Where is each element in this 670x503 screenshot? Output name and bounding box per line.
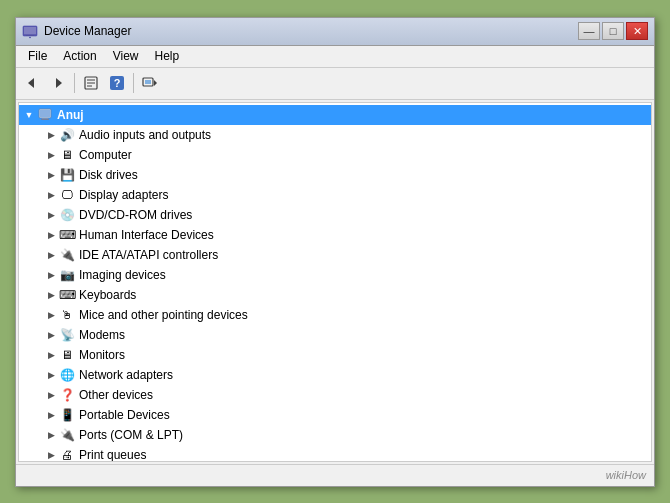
item-label: Computer	[79, 148, 132, 162]
item-icon-other: ❓	[59, 387, 75, 403]
device-manager-window: Device Manager — □ ✕ File Action View He…	[15, 17, 655, 487]
svg-point-3	[29, 37, 31, 39]
item-label: Audio inputs and outputs	[79, 128, 211, 142]
item-label: Modems	[79, 328, 125, 342]
device-tree[interactable]: ▼ Anuj ▶ 🔊 Audio inputs and outputs	[18, 102, 652, 462]
root-computer-icon	[37, 107, 53, 123]
svg-marker-5	[56, 78, 62, 88]
toolbar-separator-1	[74, 73, 75, 93]
tree-item[interactable]: ▶ 🔌 Ports (COM & LPT)	[19, 425, 651, 445]
root-expand-icon: ▼	[21, 107, 37, 123]
tree-item[interactable]: ▶ ⌨ Human Interface Devices	[19, 225, 651, 245]
svg-marker-4	[28, 78, 34, 88]
tree-item[interactable]: ▶ 💾 Disk drives	[19, 165, 651, 185]
svg-rect-18	[41, 119, 49, 120]
window-title: Device Manager	[44, 24, 131, 38]
svg-rect-17	[42, 118, 48, 119]
tree-item[interactable]: ▶ 📷 Imaging devices	[19, 265, 651, 285]
tree-item[interactable]: ▶ 📱 Portable Devices	[19, 405, 651, 425]
tree-item[interactable]: ▶ 💿 DVD/CD-ROM drives	[19, 205, 651, 225]
tree-item[interactable]: ▶ 📡 Modems	[19, 325, 651, 345]
item-icon-keyboard: ⌨	[59, 287, 75, 303]
menu-file[interactable]: File	[20, 47, 55, 65]
item-icon-computer: 🖥	[59, 147, 75, 163]
svg-rect-2	[26, 35, 34, 36]
item-icon-hid: ⌨	[59, 227, 75, 243]
expand-icon: ▶	[43, 227, 59, 243]
svg-text:?: ?	[114, 77, 121, 89]
toolbar-help-button[interactable]: ?	[105, 71, 129, 95]
tree-item[interactable]: ▶ 🖱 Mice and other pointing devices	[19, 305, 651, 325]
item-icon-dvd: 💿	[59, 207, 75, 223]
expand-icon: ▶	[43, 287, 59, 303]
toolbar-properties-button[interactable]	[79, 71, 103, 95]
toolbar-back-button[interactable]	[20, 71, 44, 95]
expand-icon: ▶	[43, 247, 59, 263]
root-node[interactable]: ▼ Anuj	[19, 105, 651, 125]
expand-icon: ▶	[43, 407, 59, 423]
tree-item[interactable]: ▶ 🖥 Monitors	[19, 345, 651, 365]
expand-icon: ▶	[43, 187, 59, 203]
tree-item[interactable]: ▶ 🖵 Display adapters	[19, 185, 651, 205]
expand-icon: ▶	[43, 387, 59, 403]
tree-item[interactable]: ▶ ⌨ Keyboards	[19, 285, 651, 305]
menu-action[interactable]: Action	[55, 47, 104, 65]
item-label: Keyboards	[79, 288, 136, 302]
item-label: Mice and other pointing devices	[79, 308, 248, 322]
title-bar-left: Device Manager	[22, 23, 131, 39]
menu-bar: File Action View Help	[16, 46, 654, 68]
expand-icon: ▶	[43, 427, 59, 443]
item-label: Ports (COM & LPT)	[79, 428, 183, 442]
root-label: Anuj	[57, 108, 84, 122]
toolbar-update-button[interactable]	[138, 71, 162, 95]
close-button[interactable]: ✕	[626, 22, 648, 40]
svg-rect-13	[145, 80, 151, 84]
tree-item[interactable]: ▶ 🖥 Computer	[19, 145, 651, 165]
menu-help[interactable]: Help	[147, 47, 188, 65]
item-icon-ports: 🔌	[59, 427, 75, 443]
window-icon	[22, 23, 38, 39]
expand-icon: ▶	[43, 167, 59, 183]
menu-view[interactable]: View	[105, 47, 147, 65]
item-label: Network adapters	[79, 368, 173, 382]
title-bar: Device Manager — □ ✕	[16, 18, 654, 46]
item-label: Monitors	[79, 348, 125, 362]
item-icon-network: 🌐	[59, 367, 75, 383]
item-label: IDE ATA/ATAPI controllers	[79, 248, 218, 262]
expand-icon: ▶	[43, 207, 59, 223]
expand-icon: ▶	[43, 267, 59, 283]
status-bar: wikiHow	[16, 464, 654, 486]
title-controls: — □ ✕	[578, 22, 648, 40]
item-label: Display adapters	[79, 188, 168, 202]
item-icon-modem: 📡	[59, 327, 75, 343]
expand-icon: ▶	[43, 367, 59, 383]
toolbar-forward-button[interactable]	[46, 71, 70, 95]
expand-icon: ▶	[43, 307, 59, 323]
item-icon-display: 🖵	[59, 187, 75, 203]
item-label: Imaging devices	[79, 268, 166, 282]
item-label: Portable Devices	[79, 408, 170, 422]
tree-item[interactable]: ▶ 🖨 Print queues	[19, 445, 651, 462]
item-label: Disk drives	[79, 168, 138, 182]
item-label: DVD/CD-ROM drives	[79, 208, 192, 222]
svg-marker-14	[154, 80, 157, 86]
item-icon-monitor: 🖥	[59, 347, 75, 363]
expand-icon: ▶	[43, 127, 59, 143]
item-icon-print: 🖨	[59, 447, 75, 462]
item-label: Other devices	[79, 388, 153, 402]
tree-item[interactable]: ▶ 🔌 IDE ATA/ATAPI controllers	[19, 245, 651, 265]
toolbar: ?	[16, 68, 654, 100]
expand-icon: ▶	[43, 447, 59, 462]
minimize-button[interactable]: —	[578, 22, 600, 40]
item-icon-portable: 📱	[59, 407, 75, 423]
item-icon-imaging: 📷	[59, 267, 75, 283]
tree-item[interactable]: ▶ 🔊 Audio inputs and outputs	[19, 125, 651, 145]
item-icon-ide: 🔌	[59, 247, 75, 263]
maximize-button[interactable]: □	[602, 22, 624, 40]
tree-item[interactable]: ▶ ❓ Other devices	[19, 385, 651, 405]
item-icon-audio: 🔊	[59, 127, 75, 143]
expand-icon: ▶	[43, 147, 59, 163]
item-label: Human Interface Devices	[79, 228, 214, 242]
expand-icon: ▶	[43, 347, 59, 363]
tree-item[interactable]: ▶ 🌐 Network adapters	[19, 365, 651, 385]
